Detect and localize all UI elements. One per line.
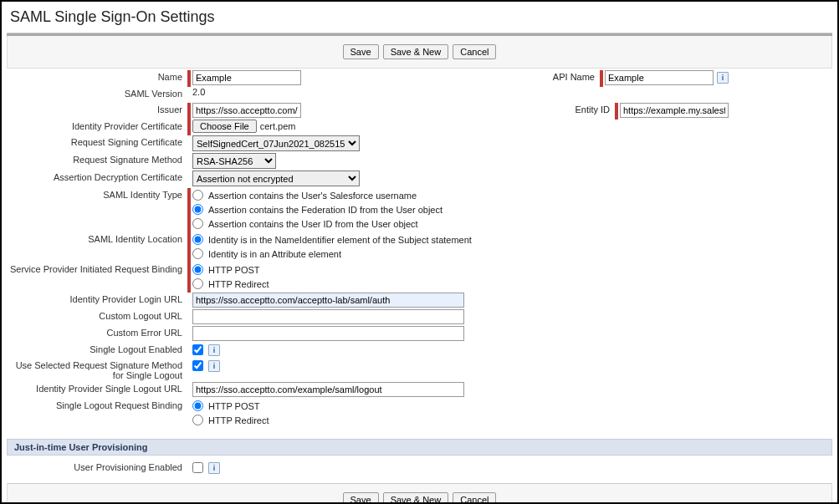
save-button[interactable]: Save	[343, 492, 379, 504]
identity-location-group: Identity is in the NameIdentifier elemen…	[192, 232, 472, 261]
form-body: Name API Name i SAML Version 2.0	[2, 69, 837, 429]
sp-binding-radio-1[interactable]	[192, 278, 203, 289]
toolbar-bottom: Save Save & New Cancel	[7, 483, 832, 504]
page-title: SAML Single Sign-On Settings	[2, 2, 837, 33]
name-input[interactable]	[192, 70, 301, 85]
slo-binding-group: HTTP POST HTTP Redirect	[192, 399, 269, 427]
custom-error-url-input[interactable]	[192, 326, 464, 341]
label-api-name: API Name	[541, 70, 600, 84]
identity-type-radio-2[interactable]	[192, 218, 203, 229]
required-marker	[187, 188, 191, 232]
identity-type-option-0: Assertion contains the User's Salesforce…	[208, 190, 417, 201]
api-name-input[interactable]	[605, 70, 714, 85]
label-custom-error-url: Custom Error URL	[7, 326, 187, 339]
info-icon[interactable]: i	[208, 462, 220, 474]
label-issuer: Issuer	[7, 103, 187, 120]
required-marker	[187, 70, 191, 87]
cancel-button[interactable]: Cancel	[453, 492, 496, 504]
save-and-new-button[interactable]: Save & New	[383, 44, 449, 59]
issuer-input[interactable]	[192, 103, 301, 118]
required-marker	[187, 232, 191, 262]
identity-type-group: Assertion contains the User's Salesforce…	[192, 188, 443, 231]
info-icon[interactable]: i	[208, 360, 220, 372]
sp-binding-group: HTTP POST HTTP Redirect	[192, 262, 269, 291]
label-identity-type: SAML Identity Type	[7, 188, 187, 201]
required-marker	[600, 70, 603, 87]
label-req-sig-method: Request Signature Method	[7, 153, 187, 166]
entity-id-input[interactable]	[620, 103, 729, 118]
label-name: Name	[7, 70, 187, 87]
required-marker	[187, 262, 191, 293]
slo-binding-radio-0[interactable]	[192, 400, 203, 411]
slo-enabled-checkbox[interactable]	[192, 344, 203, 355]
identity-type-option-1: Assertion contains the Federation ID fro…	[208, 204, 443, 216]
sp-binding-option-1: HTTP Redirect	[208, 278, 269, 290]
req-sign-cert-select[interactable]: SelfSignedCert_07Jun2021_082515	[192, 135, 360, 151]
label-use-sel-req-sig: Use Selected Request Signature Method fo…	[7, 359, 187, 382]
idp-login-url-input[interactable]	[192, 293, 464, 308]
required-marker	[187, 120, 191, 135]
sp-binding-radio-0[interactable]	[192, 264, 203, 275]
slo-binding-option-0: HTTP POST	[208, 400, 260, 412]
use-sel-req-sig-checkbox[interactable]	[192, 360, 203, 371]
slo-binding-radio-1[interactable]	[192, 415, 203, 425]
required-marker	[615, 103, 618, 120]
identity-type-radio-0[interactable]	[192, 190, 203, 201]
assertion-decrypt-select[interactable]: Assertion not encrypted	[192, 171, 360, 186]
identity-type-option-2: Assertion contains the User ID from the …	[208, 218, 418, 230]
choose-file-button[interactable]: Choose File	[192, 120, 257, 133]
label-slo-enabled: Single Logout Enabled	[7, 343, 187, 356]
identity-type-radio-1[interactable]	[192, 204, 203, 215]
save-button[interactable]: Save	[343, 44, 379, 59]
user-prov-enabled-checkbox[interactable]	[192, 462, 203, 473]
custom-logout-url-input[interactable]	[192, 309, 464, 324]
label-custom-logout-url: Custom Logout URL	[7, 309, 187, 323]
info-icon[interactable]: i	[717, 72, 729, 84]
sp-binding-option-0: HTTP POST	[208, 264, 260, 276]
identity-location-option-1: Identity is in an Attribute element	[208, 248, 341, 260]
identity-location-option-0: Identity is in the NameIdentifier elemen…	[208, 234, 472, 246]
label-identity-location: SAML Identity Location	[7, 232, 187, 246]
saml-version-value: 2.0	[192, 87, 208, 99]
save-and-new-button[interactable]: Save & New	[383, 492, 449, 504]
required-marker	[187, 103, 191, 120]
req-sig-method-select[interactable]: RSA-SHA256	[192, 153, 276, 169]
cancel-button[interactable]: Cancel	[453, 44, 496, 59]
label-saml-version: SAML Version	[7, 87, 187, 100]
label-idp-cert: Identity Provider Certificate	[7, 120, 187, 133]
label-idp-login-url: Identity Provider Login URL	[7, 293, 187, 306]
slo-binding-option-1: HTTP Redirect	[208, 415, 269, 426]
identity-location-radio-1[interactable]	[192, 248, 203, 259]
label-assertion-decrypt: Assertion Decryption Certificate	[7, 171, 187, 184]
info-icon[interactable]: i	[208, 344, 220, 356]
label-req-sign-cert: Request Signing Certificate	[7, 135, 187, 149]
identity-location-radio-0[interactable]	[192, 234, 203, 245]
label-user-prov-enabled: User Provisioning Enabled	[7, 461, 187, 474]
label-entity-id: Entity ID	[556, 103, 615, 116]
label-slo-binding: Single Logout Request Binding	[7, 399, 187, 412]
toolbar-top: Save Save & New Cancel	[7, 36, 832, 69]
section-jit: Just-in-time User Provisioning	[7, 439, 832, 456]
label-sp-binding: Service Provider Initiated Request Bindi…	[7, 262, 187, 276]
idp-slo-url-input[interactable]	[192, 382, 464, 397]
label-idp-slo-url: Identity Provider Single Logout URL	[7, 382, 187, 395]
idp-cert-filename: cert.pem	[260, 121, 296, 131]
